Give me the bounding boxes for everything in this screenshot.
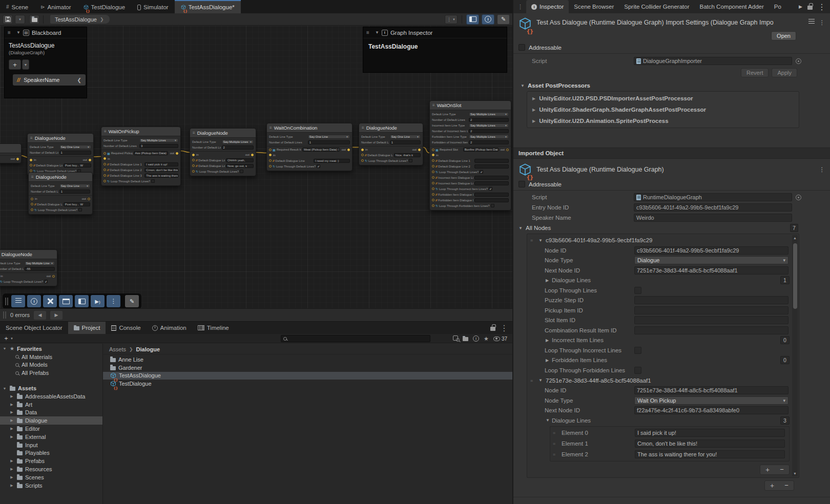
add-element-button[interactable]: ＋ <box>760 465 775 474</box>
graph-node-dialogue-node-1[interactable]: ≡DialogueNodeDefault Line TypeSay One Li… <box>27 133 94 176</box>
port-icon[interactable] <box>30 159 32 161</box>
options-button[interactable]: ⋮▼ <box>445 15 458 24</box>
property-checkbox[interactable] <box>634 287 641 294</box>
node-text-field[interactable] <box>474 164 509 169</box>
property-field[interactable]: f22a475e-4c2f-41c6-9b73-6a83498abfe0 <box>634 406 789 414</box>
node-number-field[interactable]: 2 <box>469 118 509 122</box>
postprocessor-item[interactable]: ▶UnityEditor.U2D.PSD.PSDImporterAssetPos… <box>527 93 799 104</box>
node-group-header[interactable]: =▼7251e73e-38d3-44ff-a8c5-bcf54088aaf1 <box>527 375 799 386</box>
node-header[interactable]: ≡DialogueNode <box>0 250 57 259</box>
port-icon[interactable] <box>432 193 434 196</box>
node-header[interactable]: ≡DialogueNode <box>28 134 93 143</box>
port-icon[interactable] <box>432 171 434 173</box>
layout-button[interactable] <box>75 295 89 307</box>
port-icon[interactable] <box>103 169 106 171</box>
prev-error-button[interactable]: ◀ <box>34 311 46 320</box>
node-header[interactable]: ≡WaitOnSlot <box>430 101 511 110</box>
tree-item-editor[interactable]: ▶Editor <box>0 425 102 433</box>
node-text-field[interactable]: I said pick it up! <box>144 162 178 166</box>
breadcrumb-assets[interactable]: Assets <box>109 346 126 352</box>
port-in[interactable]: in <box>103 157 110 160</box>
header-menu-icon[interactable]: ⋮ <box>819 19 825 26</box>
node-text-field[interactable]: Nice, that's it <box>394 153 421 157</box>
array-size-field[interactable]: 0 <box>780 356 790 364</box>
port-icon[interactable] <box>432 159 434 162</box>
node-text-field[interactable] <box>474 198 509 202</box>
node-number-field[interactable]: 3 <box>139 144 178 148</box>
port-icon[interactable] <box>347 149 350 151</box>
hidden-packages-eye-icon[interactable] <box>493 337 500 341</box>
node-checkbox[interactable]: ✓ <box>317 164 320 168</box>
asset-postprocessors-foldout[interactable]: ▼ Asset PostProcessors <box>513 80 830 91</box>
graph-node-wait-on-combination[interactable]: ≡WaitOnCombinationDefault Line TypeSay O… <box>266 123 352 171</box>
tree-item-data[interactable]: ▶Data <box>0 409 102 417</box>
node-object-field[interactable]: Bonfire (Pickup Item Dat⊙ <box>463 148 499 152</box>
drag-handle-icon[interactable]: = <box>530 378 532 383</box>
port-in[interactable]: in <box>269 154 276 157</box>
port-icon[interactable] <box>31 208 33 211</box>
toolbar-drag-handle[interactable] <box>5 298 8 305</box>
port-icon[interactable] <box>432 182 434 184</box>
save-search-icon[interactable]: ★ <box>484 335 489 342</box>
node-dropdown[interactable]: Say One Line▼ <box>59 145 91 149</box>
apply-button[interactable]: Apply <box>772 68 797 77</box>
menu-dots-icon[interactable]: ⋮ <box>500 323 508 333</box>
node-number-field[interactable]: 2 <box>469 129 509 133</box>
node-dropdown[interactable]: Say Multiple Lines▼ <box>25 261 55 265</box>
node-header[interactable]: ≡DialogueNode <box>359 123 423 133</box>
node-text-field[interactable]: I need my meat :) <box>314 159 350 163</box>
port-in[interactable]: in <box>361 148 368 151</box>
node-text-field[interactable]: Ohhhh yeah, <box>226 158 254 162</box>
blackboard-field-speakername[interactable]: // SpeakerName ❮ <box>13 74 86 86</box>
graph-node-dialogue-node-2[interactable]: ≡DialogueNodeDefault Line TypeSay One Li… <box>28 172 93 215</box>
all-nodes-count[interactable]: 7 <box>790 224 798 232</box>
node-dropdown[interactable]: Say One Line▼ <box>59 184 90 188</box>
port-icon[interactable] <box>103 180 106 182</box>
node-number-field[interactable]: 1 <box>59 151 91 155</box>
foldout-arrow-icon[interactable]: ▼ <box>546 418 550 423</box>
blackboard-panel[interactable]: ≡ ▼ ▤ Blackboard TestAssDialogue (Dialog… <box>4 27 87 98</box>
node-checkbox[interactable] <box>491 204 494 207</box>
drag-handle-icon[interactable]: = <box>553 430 555 435</box>
addressable-checkbox[interactable] <box>518 44 525 51</box>
inspector-lock-icon[interactable] <box>807 6 813 10</box>
property-dropdown[interactable]: Wait On Pickup <box>634 396 789 405</box>
property-dropdown[interactable]: Dialogue <box>634 256 789 264</box>
project-item-anne-lise[interactable]: Anne Lise <box>103 355 512 364</box>
drag-handle-icon[interactable]: = <box>530 238 532 243</box>
inspector-tab-scene-browser[interactable]: Scene Browser <box>569 0 619 13</box>
port-icon[interactable] <box>432 187 434 190</box>
list-scrollbar[interactable]: ▲ ▼ <box>792 235 798 476</box>
node-text-field[interactable]: The ass is waiting there for y <box>144 174 178 178</box>
graph-inspector-toggle-button[interactable]: i <box>482 14 494 25</box>
window-button[interactable] <box>59 295 73 307</box>
node-number-field[interactable]: 1 <box>308 140 350 144</box>
port-in[interactable]: in <box>0 275 3 278</box>
folder-button[interactable] <box>29 15 39 24</box>
property-field[interactable] <box>634 296 789 304</box>
addressable-checkbox-2[interactable] <box>518 181 525 187</box>
drag-handle[interactable] <box>3 311 6 319</box>
save-button[interactable] <box>3 15 13 24</box>
node-dropdown[interactable]: Say One Line▼ <box>390 135 421 139</box>
property-checkbox[interactable] <box>634 367 641 374</box>
node-checkbox[interactable]: ✓ <box>44 280 48 283</box>
port-icon[interactable] <box>269 165 272 167</box>
inspector-tab-po[interactable]: Po <box>769 0 786 13</box>
tree-assets-header[interactable]: ▼Assets <box>0 384 102 392</box>
property-field[interactable] <box>634 326 789 334</box>
add-property-dropdown[interactable]: ▼ <box>22 59 29 70</box>
port-icon[interactable] <box>432 154 434 156</box>
node-text-field[interactable]: Now, go out, s <box>226 164 254 168</box>
search-input[interactable] <box>281 335 430 342</box>
graph-node-dialogue-node-3[interactable]: ≡DialogueNodeDefault Line TypeSay Multip… <box>190 128 256 176</box>
node-checkbox[interactable]: ✓ <box>489 187 492 191</box>
port-out[interactable]: out <box>83 158 91 161</box>
port-icon[interactable] <box>103 157 106 160</box>
port-out[interactable]: out <box>170 152 178 155</box>
tree-item-scripts[interactable]: ▶Scripts <box>0 481 102 490</box>
node-checkbox[interactable] <box>240 170 243 173</box>
port-in[interactable]: in <box>432 154 439 157</box>
port-icon[interactable] <box>418 149 421 151</box>
foldout-arrow-icon[interactable]: ▶ <box>546 278 549 283</box>
